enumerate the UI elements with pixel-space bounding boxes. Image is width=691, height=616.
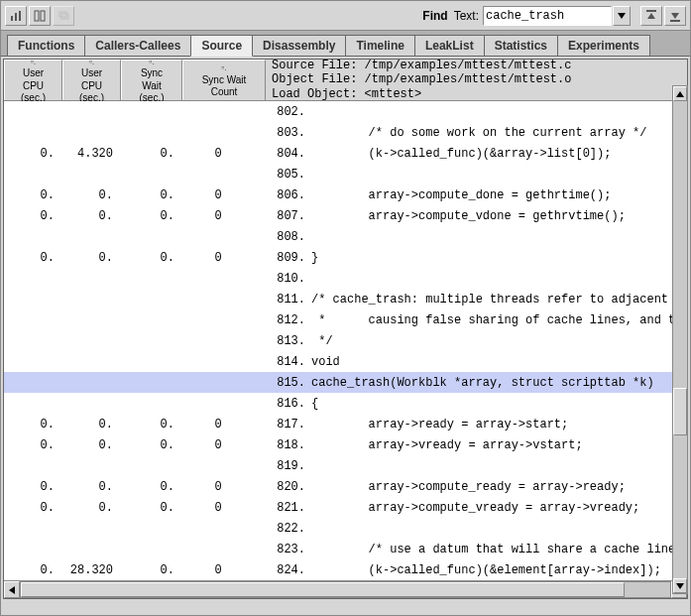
find-next-button[interactable] [664,6,686,26]
hscroll-track[interactable] [20,581,671,598]
line-number: 815. [262,376,307,390]
metric-cell: 0. [4,501,62,515]
source-line[interactable]: 823. /* use a datum that will share a ca… [4,539,687,559]
tab-disassembly[interactable]: Disassembly [252,35,346,56]
metric-cell: 0. [121,188,182,202]
source-line[interactable]: 0.0.0.0807. array->compute_vdone = gethr… [4,205,687,226]
vscroll-thumb[interactable] [673,388,687,435]
hscroll-thumb[interactable] [21,582,625,597]
col-header-sync-wait[interactable]: ▫. Sync Wait (sec.) [121,60,182,100]
metric-cell: 0. [4,480,62,494]
toolbar-btn-3 [53,6,74,26]
source-body[interactable]: 802.803. /* do some work on the current … [4,101,687,580]
metric-icon: ▫. [89,57,95,66]
col-header-user-cpu-excl[interactable]: ▫. User CPU (sec.) [4,60,62,100]
source-line[interactable]: 810. [4,268,687,289]
source-line[interactable]: 805. [4,164,687,185]
source-line[interactable]: 816.{ [4,393,687,414]
metric-cell: 0. [62,209,121,223]
vscroll-track[interactable] [673,101,687,578]
col-header-user-cpu-incl[interactable]: ▫. User CPU (sec.) [62,60,121,100]
col-header-sync-wait-count[interactable]: ▫. Sync Wait Count [182,60,266,100]
tab-timeline[interactable]: Timeline [345,35,414,56]
source-line[interactable]: 802. [4,101,687,122]
scroll-up-button[interactable] [673,86,687,101]
svg-rect-8 [646,10,656,12]
source-line[interactable]: 0.0.0.0821. array->compute_vready = arra… [4,497,687,518]
chart-icon [10,10,22,22]
source-line[interactable]: 0.0.0.0806. array->compute_done = gethrt… [4,185,687,205]
metric-cell: 0 [182,209,262,223]
tab-callerscallees[interactable]: Callers-Callees [84,35,191,56]
source-line[interactable]: 819. [4,455,687,476]
metric-icon: ▫. [31,57,37,66]
source-code: array->compute_vdone = gethrvtime(); [307,209,687,223]
source-code: array->compute_vready = array->vready; [307,501,687,515]
svg-marker-15 [676,583,684,589]
list-icon [34,10,46,22]
metric-cell: 0. [62,480,121,494]
chevron-down-icon [618,12,626,20]
metric-cell: 28.320 [62,563,121,577]
source-line[interactable]: 0.0.0.0817. array->ready = array->start; [4,414,687,434]
metric-cell: 0. [4,147,62,161]
line-number: 818. [262,438,307,452]
find-dropdown-button[interactable] [613,6,631,26]
metric-cell: 0 [182,480,262,494]
tab-experiments[interactable]: Experiments [557,35,650,56]
source-line[interactable]: 803. /* do some work on the current arra… [4,122,687,143]
svg-marker-7 [618,13,626,19]
source-line[interactable]: 0.0.0.0820. array->compute_ready = array… [4,476,687,497]
tab-statistics[interactable]: Statistics [484,35,558,56]
line-number: 812. [262,313,307,327]
source-code: { [307,397,687,411]
metric-cell: 0. [121,418,182,431]
source-line[interactable]: 815.cache_trash(Workblk *array, struct s… [4,372,687,393]
source-line[interactable]: 0.0.0.0818. array->vready = array->vstar… [4,434,687,455]
source-line[interactable]: 822. [4,518,687,539]
scroll-left-button[interactable] [4,581,20,598]
line-number: 820. [262,480,307,494]
tab-source[interactable]: Source [190,35,253,57]
source-line[interactable]: 813. */ [4,330,687,351]
vertical-scrollbar[interactable] [672,85,688,594]
line-number: 824. [262,563,307,577]
metric-cell: 0. [4,438,62,452]
toolbar-btn-1[interactable] [5,6,27,26]
source-code: */ [307,334,687,348]
source-line[interactable]: 0.28.3200.0824. (k->called_func)(&elemen… [4,559,687,580]
source-line[interactable]: 0.4.3200.0804. (k->called_func)(&array->… [4,143,687,164]
source-line[interactable]: 808. [4,226,687,247]
svg-marker-9 [647,13,655,19]
source-line[interactable]: 0.0.0.0809.} [4,247,687,268]
chevron-left-icon [9,586,15,594]
metric-cell: 0. [4,418,62,431]
source-line[interactable]: 811./* cache_trash: multiple threads ref… [4,289,687,309]
find-input[interactable] [483,6,612,26]
tab-functions[interactable]: Functions [7,35,85,56]
tab-leaklist[interactable]: LeakList [414,35,485,56]
line-number: 804. [262,147,307,161]
metric-cell: 0 [182,438,262,452]
text-label: Text: [454,9,479,23]
source-line[interactable]: 814.void [4,351,687,372]
line-number: 814. [262,355,307,369]
line-number: 809. [262,251,307,265]
metric-cell: 0. [4,188,62,202]
toolbar-btn-2[interactable] [29,6,51,26]
line-number: 805. [262,168,307,182]
metric-icon: ▫. [149,57,155,66]
source-line[interactable]: 812. * causing false sharing of cache li… [4,309,687,330]
metric-cell: 0. [121,480,182,494]
metric-cell: 0. [4,209,62,223]
horizontal-scrollbar[interactable] [4,580,687,598]
metric-cell: 0 [182,563,262,577]
source-code: (k->called_func)(&array->list[0]); [307,147,687,161]
line-number: 819. [262,459,307,473]
line-number: 822. [262,522,307,536]
source-code: (k->called_func)(&element[array->index])… [307,563,687,577]
source-code: /* use a datum that will share a cache l… [307,543,687,556]
find-prev-button[interactable] [640,6,662,26]
svg-rect-3 [35,11,39,21]
scroll-down-button[interactable] [673,578,687,593]
